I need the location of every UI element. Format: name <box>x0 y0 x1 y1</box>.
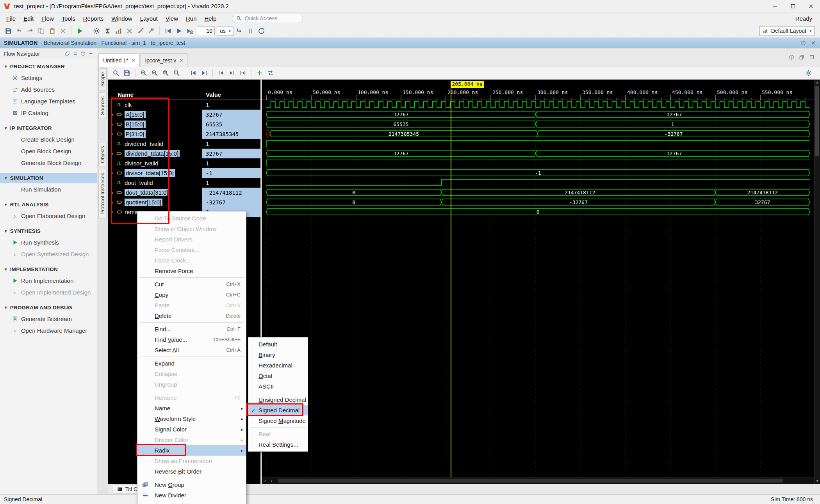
chevron-right-icon[interactable]: › <box>111 131 114 137</box>
signal-row-dividend-tvalid[interactable]: dividend_tvalid1 <box>108 139 260 149</box>
scroll-down-icon[interactable]: ▼ <box>816 478 819 484</box>
value-column-header[interactable]: Value <box>202 90 260 100</box>
menu-flow[interactable]: Flow <box>37 14 58 23</box>
swap-icon[interactable] <box>73 51 78 56</box>
quick-access-search[interactable]: Quick Access <box>232 14 303 23</box>
menu-view[interactable]: View <box>162 14 182 23</box>
menu-item-signal-color[interactable]: Signal Color▸ <box>137 424 246 435</box>
snap-icon[interactable] <box>238 68 248 78</box>
flow-item-open-elaborated-design[interactable]: ›Open Elaborated Design <box>0 210 97 222</box>
menu-layout[interactable]: Layout <box>136 14 162 23</box>
chevron-right-icon[interactable]: › <box>111 151 114 156</box>
close-icon[interactable] <box>811 40 816 46</box>
chevron-right-icon[interactable]: › <box>111 112 114 117</box>
chevron-right-icon[interactable]: › <box>111 121 114 127</box>
flow-section-implementation[interactable]: ▾IMPLEMENTATION <box>0 264 97 275</box>
vertical-scroll-thumb[interactable] <box>815 86 819 156</box>
waveform-canvas[interactable]: 0.000 ns50.000 ns100.000 ns150.000 ns200… <box>262 80 814 484</box>
tab-ipcore-test-v[interactable]: ipcore_test.v× <box>141 53 188 67</box>
signal-name-cell[interactable]: clk <box>108 100 202 110</box>
signal-row-b-15-0[interactable]: ›B[15:0]65535 <box>108 119 260 129</box>
copy-icon[interactable] <box>36 26 46 36</box>
signal-row-divisor-tvalid[interactable]: divisor_tvalid1 <box>108 158 260 168</box>
menu-item-find[interactable]: Find...Ctrl+F <box>137 324 246 334</box>
flow-section-simulation[interactable]: ▾SIMULATION <box>0 173 97 183</box>
run-time-input[interactable] <box>197 27 215 35</box>
signal-value-cell[interactable]: 1 <box>202 158 260 168</box>
find-icon[interactable] <box>111 68 121 78</box>
menu-item-radix[interactable]: Radix▸ <box>137 445 246 456</box>
zoom-cursor-icon[interactable] <box>171 68 182 78</box>
flow-section-program-and-debug[interactable]: ▾PROGRAM AND DEBUG <box>0 302 97 313</box>
flow-item-add-sources[interactable]: Add Sources <box>0 83 97 95</box>
signal-row-dout-tdata-31-0[interactable]: ›dout_tdata[31:0]-2147418112 <box>108 188 260 197</box>
maximize-icon[interactable] <box>809 55 815 60</box>
settings-icon[interactable] <box>91 26 102 36</box>
signal-value-cell[interactable]: 1 <box>202 139 260 149</box>
flow-section-synthesis[interactable]: ▾SYNTHESIS <box>0 226 97 236</box>
signal-value-cell[interactable]: 1 <box>202 178 260 188</box>
menu-item-new-group[interactable]: New Group <box>137 479 246 490</box>
swap-icon[interactable] <box>266 68 276 78</box>
signal-name-cell[interactable]: ›dout_tdata[31:0] <box>108 188 202 197</box>
flow-section-project-manager[interactable]: ▾PROJECT MANAGER <box>0 61 97 72</box>
signal-row-dividend-tdata-15-0[interactable]: ›dividend_tdata[15:0]32767 <box>108 149 260 158</box>
chart-icon[interactable] <box>113 26 123 36</box>
menu-item-waveform-style[interactable]: Waveform Style▸ <box>137 413 246 424</box>
menu-reports[interactable]: Reports <box>79 14 108 23</box>
menu-item-signed-magnitude[interactable]: Signed Magnitude <box>248 415 308 426</box>
menu-window[interactable]: Window <box>107 14 136 23</box>
flow-item-generate-bitstream[interactable]: Generate Bitstream <box>0 313 97 325</box>
flow-item-open-implemented-design[interactable]: ›Open Implemented Design <box>0 286 97 298</box>
menu-item-new-divider[interactable]: New Divider <box>137 490 246 500</box>
sum-icon[interactable] <box>102 26 112 36</box>
horizontal-scrollbar[interactable]: › ‹ <box>262 477 814 484</box>
menu-item-expand[interactable]: Expand <box>137 358 246 369</box>
maximize-button[interactable] <box>784 0 802 12</box>
signal-name-cell[interactable]: divisor_tvalid <box>108 158 202 168</box>
signal-name-cell[interactable]: dout_tvalid <box>108 178 202 188</box>
scroll-right-icon[interactable]: › <box>262 477 268 484</box>
flow-item-language-templates[interactable]: Language Templates <box>0 95 97 107</box>
run-icon[interactable] <box>75 26 85 36</box>
step-icon[interactable] <box>235 26 245 36</box>
undo-icon[interactable] <box>14 26 24 36</box>
flow-item-run-simulation[interactable]: Run Simulation <box>0 183 97 195</box>
menu-item-octal[interactable]: Octal <box>248 371 308 381</box>
signal-value-cell[interactable]: 65535 <box>202 119 260 129</box>
close-button[interactable] <box>802 0 820 12</box>
prev-edge-icon[interactable] <box>216 68 226 78</box>
flow-item-open-hardware-manager[interactable]: ›Open Hardware Manager <box>0 325 97 336</box>
side-tab-scope[interactable]: Scope <box>98 68 107 91</box>
run-for-icon[interactable] <box>185 26 195 36</box>
signal-name-cell[interactable]: ›quotient[15:0] <box>108 197 202 207</box>
menu-item-select-all[interactable]: Select AllCtrl+A <box>137 345 246 355</box>
time-cursor[interactable] <box>451 85 451 477</box>
signal-value-cell[interactable]: 32767 <box>202 149 260 158</box>
menu-item-reverse-bit-order[interactable]: Reverse Bit Order <box>137 466 246 477</box>
menu-item-signed-decimal[interactable]: ✓Signed Decimal <box>248 405 308 415</box>
zoom-in-icon[interactable] <box>139 68 149 78</box>
side-tab-protocol-instances[interactable]: Protocol Instances <box>98 169 107 218</box>
run-all-icon[interactable] <box>174 26 184 36</box>
signal-value-cell[interactable]: 1 <box>202 100 260 110</box>
chevron-right-icon[interactable]: › <box>111 190 114 195</box>
menu-item-remove-force[interactable]: Remove Force <box>137 266 246 276</box>
menu-edit[interactable]: Edit <box>20 14 37 23</box>
signal-row-divisor-tdata-15-0[interactable]: ›divisor_tdata[15:0]-1 <box>108 168 260 178</box>
restart-icon[interactable] <box>163 26 173 36</box>
signal-name-cell[interactable]: dividend_tvalid <box>108 139 202 149</box>
goto-start-icon[interactable] <box>188 68 198 78</box>
menu-item-cut[interactable]: CutCtrl+X <box>137 279 246 289</box>
goto-end-icon[interactable] <box>199 68 209 78</box>
menu-item-default[interactable]: Default <box>248 339 308 350</box>
flow-item-open-block-design[interactable]: Open Block Design <box>0 145 97 157</box>
help-icon[interactable] <box>80 51 86 56</box>
redo-icon[interactable] <box>25 26 35 36</box>
signal-row-p-31-0[interactable]: ›P[31:0]2147385345 <box>108 129 260 139</box>
signal-value-cell[interactable]: -32767 <box>202 197 260 207</box>
signal-name-cell[interactable]: ›B[15:0] <box>108 119 202 129</box>
close-icon[interactable] <box>124 26 134 36</box>
side-tab-objects[interactable]: Objects <box>98 142 107 167</box>
chevron-right-icon[interactable]: › <box>111 199 114 205</box>
